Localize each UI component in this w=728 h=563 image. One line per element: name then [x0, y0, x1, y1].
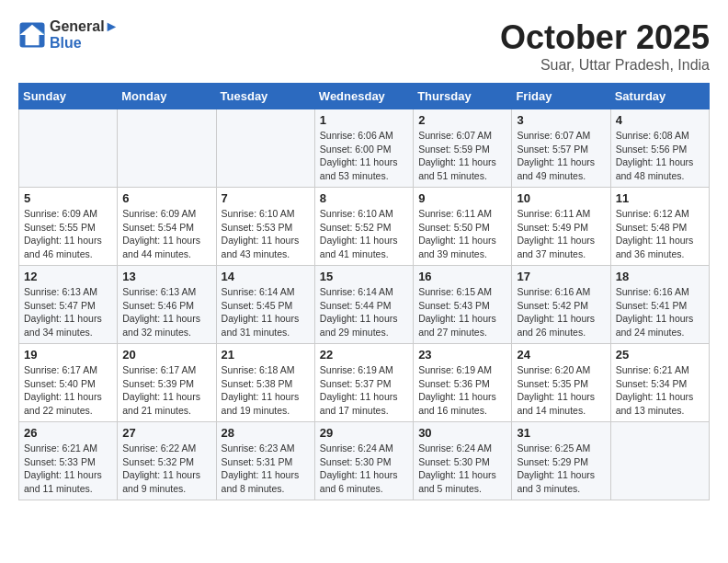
day-number: 7 [222, 191, 310, 205]
calendar-cell: 18Sunrise: 6:16 AM Sunset: 5:41 PM Dayli… [610, 266, 709, 344]
weekday-saturday: Saturday [610, 84, 709, 109]
day-info: Sunrise: 6:19 AM Sunset: 5:37 PM Dayligh… [320, 363, 408, 418]
day-info: Sunrise: 6:17 AM Sunset: 5:39 PM Dayligh… [122, 363, 210, 418]
weekday-header-row: SundayMondayTuesdayWednesdayThursdayFrid… [19, 84, 710, 109]
day-info: Sunrise: 6:08 AM Sunset: 5:56 PM Dayligh… [616, 129, 704, 183]
calendar-cell: 26Sunrise: 6:21 AM Sunset: 5:33 PM Dayli… [19, 422, 118, 500]
day-info: Sunrise: 6:15 AM Sunset: 5:43 PM Dayligh… [418, 285, 506, 339]
day-number: 2 [418, 113, 506, 127]
day-info: Sunrise: 6:07 AM Sunset: 5:59 PM Dayligh… [418, 129, 506, 183]
calendar-cell: 14Sunrise: 6:14 AM Sunset: 5:45 PM Dayli… [216, 266, 314, 344]
calendar-cell: 4Sunrise: 6:08 AM Sunset: 5:56 PM Daylig… [610, 109, 709, 188]
day-info: Sunrise: 6:25 AM Sunset: 5:29 PM Dayligh… [517, 442, 605, 496]
calendar-cell: 23Sunrise: 6:19 AM Sunset: 5:36 PM Dayli… [414, 344, 512, 422]
day-info: Sunrise: 6:17 AM Sunset: 5:40 PM Dayligh… [24, 363, 112, 418]
day-info: Sunrise: 6:21 AM Sunset: 5:34 PM Dayligh… [616, 363, 704, 418]
calendar-cell [19, 109, 118, 188]
day-info: Sunrise: 6:14 AM Sunset: 5:44 PM Dayligh… [320, 285, 408, 339]
calendar-cell: 19Sunrise: 6:17 AM Sunset: 5:40 PM Dayli… [19, 344, 118, 422]
day-number: 8 [320, 191, 408, 205]
week-row-1: 1Sunrise: 6:06 AM Sunset: 6:00 PM Daylig… [19, 109, 710, 188]
day-info: Sunrise: 6:11 AM Sunset: 5:50 PM Dayligh… [418, 207, 506, 261]
location: Suar, Uttar Pradesh, India [500, 57, 710, 74]
month-title: October 2025 [500, 18, 710, 57]
calendar-table: SundayMondayTuesdayWednesdayThursdayFrid… [18, 83, 710, 500]
day-info: Sunrise: 6:09 AM Sunset: 5:55 PM Dayligh… [24, 207, 112, 261]
calendar-body: 1Sunrise: 6:06 AM Sunset: 6:00 PM Daylig… [19, 109, 710, 500]
day-number: 12 [24, 270, 112, 283]
day-number: 26 [24, 426, 112, 440]
day-info: Sunrise: 6:20 AM Sunset: 5:35 PM Dayligh… [517, 363, 605, 418]
calendar-cell: 13Sunrise: 6:13 AM Sunset: 5:46 PM Dayli… [118, 266, 216, 344]
calendar-cell: 3Sunrise: 6:07 AM Sunset: 5:57 PM Daylig… [512, 109, 610, 188]
day-info: Sunrise: 6:13 AM Sunset: 5:47 PM Dayligh… [24, 285, 112, 339]
day-number: 17 [517, 270, 605, 283]
day-info: Sunrise: 6:11 AM Sunset: 5:49 PM Dayligh… [517, 207, 605, 261]
calendar-cell: 28Sunrise: 6:23 AM Sunset: 5:31 PM Dayli… [216, 422, 314, 500]
day-number: 10 [517, 191, 605, 205]
day-number: 28 [222, 426, 310, 440]
calendar-cell [610, 422, 709, 500]
day-number: 14 [222, 270, 310, 283]
day-number: 9 [418, 191, 506, 205]
day-number: 11 [616, 191, 704, 205]
week-row-3: 12Sunrise: 6:13 AM Sunset: 5:47 PM Dayli… [19, 266, 710, 344]
day-number: 5 [24, 191, 112, 205]
day-number: 1 [320, 113, 408, 127]
day-number: 29 [320, 426, 408, 440]
weekday-sunday: Sunday [19, 84, 118, 109]
day-info: Sunrise: 6:13 AM Sunset: 5:46 PM Dayligh… [122, 285, 210, 339]
calendar-cell: 31Sunrise: 6:25 AM Sunset: 5:29 PM Dayli… [512, 422, 610, 500]
day-number: 18 [616, 270, 704, 283]
day-number: 24 [517, 348, 605, 362]
weekday-wednesday: Wednesday [314, 84, 413, 109]
calendar-cell: 30Sunrise: 6:24 AM Sunset: 5:30 PM Dayli… [414, 422, 512, 500]
calendar-cell: 9Sunrise: 6:11 AM Sunset: 5:50 PM Daylig… [414, 188, 512, 266]
page-header: General► Blue October 2025 Suar, Uttar P… [18, 18, 710, 74]
day-info: Sunrise: 6:10 AM Sunset: 5:53 PM Dayligh… [222, 207, 310, 261]
calendar-cell: 6Sunrise: 6:09 AM Sunset: 5:54 PM Daylig… [118, 188, 216, 266]
day-info: Sunrise: 6:16 AM Sunset: 5:41 PM Dayligh… [616, 285, 704, 339]
day-info: Sunrise: 6:24 AM Sunset: 5:30 PM Dayligh… [418, 442, 506, 496]
day-number: 22 [320, 348, 408, 362]
calendar-cell: 22Sunrise: 6:19 AM Sunset: 5:37 PM Dayli… [314, 344, 413, 422]
day-number: 4 [616, 113, 704, 127]
calendar-cell: 17Sunrise: 6:16 AM Sunset: 5:42 PM Dayli… [512, 266, 610, 344]
weekday-monday: Monday [118, 84, 216, 109]
day-number: 19 [24, 348, 112, 362]
day-number: 21 [222, 348, 310, 362]
title-block: October 2025 Suar, Uttar Pradesh, India [500, 18, 710, 74]
calendar-cell: 2Sunrise: 6:07 AM Sunset: 5:59 PM Daylig… [414, 109, 512, 188]
day-info: Sunrise: 6:14 AM Sunset: 5:45 PM Dayligh… [222, 285, 310, 339]
day-info: Sunrise: 6:07 AM Sunset: 5:57 PM Dayligh… [517, 129, 605, 183]
calendar-cell [118, 109, 216, 188]
day-number: 6 [122, 191, 210, 205]
day-info: Sunrise: 6:23 AM Sunset: 5:31 PM Dayligh… [222, 442, 310, 496]
day-number: 16 [418, 270, 506, 283]
day-number: 13 [122, 270, 210, 283]
day-number: 25 [616, 348, 704, 362]
calendar-cell: 29Sunrise: 6:24 AM Sunset: 5:30 PM Dayli… [314, 422, 413, 500]
calendar-cell: 16Sunrise: 6:15 AM Sunset: 5:43 PM Dayli… [414, 266, 512, 344]
day-number: 31 [517, 426, 605, 440]
day-info: Sunrise: 6:06 AM Sunset: 6:00 PM Dayligh… [320, 129, 408, 183]
day-info: Sunrise: 6:22 AM Sunset: 5:32 PM Dayligh… [122, 442, 210, 496]
calendar-cell: 24Sunrise: 6:20 AM Sunset: 5:35 PM Dayli… [512, 344, 610, 422]
calendar-cell: 27Sunrise: 6:22 AM Sunset: 5:32 PM Dayli… [118, 422, 216, 500]
day-info: Sunrise: 6:18 AM Sunset: 5:38 PM Dayligh… [222, 363, 310, 418]
calendar-cell: 1Sunrise: 6:06 AM Sunset: 6:00 PM Daylig… [314, 109, 413, 188]
calendar-cell: 25Sunrise: 6:21 AM Sunset: 5:34 PM Dayli… [610, 344, 709, 422]
calendar-cell: 11Sunrise: 6:12 AM Sunset: 5:48 PM Dayli… [610, 188, 709, 266]
weekday-friday: Friday [512, 84, 610, 109]
day-info: Sunrise: 6:10 AM Sunset: 5:52 PM Dayligh… [320, 207, 408, 261]
day-number: 23 [418, 348, 506, 362]
calendar-cell: 15Sunrise: 6:14 AM Sunset: 5:44 PM Dayli… [314, 266, 413, 344]
day-number: 30 [418, 426, 506, 440]
day-info: Sunrise: 6:09 AM Sunset: 5:54 PM Dayligh… [122, 207, 210, 261]
logo-text: General► Blue [50, 18, 119, 52]
calendar-cell: 10Sunrise: 6:11 AM Sunset: 5:49 PM Dayli… [512, 188, 610, 266]
day-info: Sunrise: 6:24 AM Sunset: 5:30 PM Dayligh… [320, 442, 408, 496]
calendar-cell [216, 109, 314, 188]
week-row-5: 26Sunrise: 6:21 AM Sunset: 5:33 PM Dayli… [19, 422, 710, 500]
week-row-2: 5Sunrise: 6:09 AM Sunset: 5:55 PM Daylig… [19, 188, 710, 266]
